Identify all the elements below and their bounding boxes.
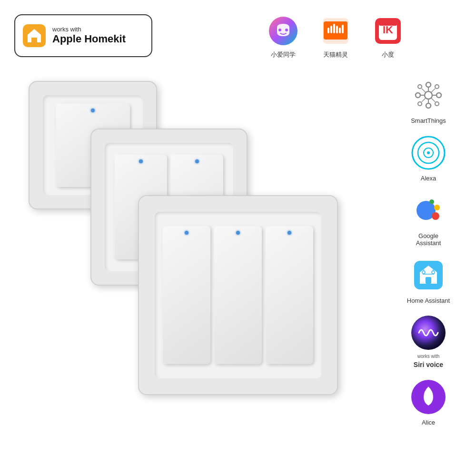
- svg-rect-6: [324, 21, 347, 40]
- homekit-text-block: works with Apple Homekit: [52, 26, 126, 45]
- svg-line-31: [431, 89, 435, 92]
- switch-3gang-button-left[interactable]: [163, 226, 210, 364]
- svg-point-20: [416, 93, 420, 98]
- smartthings-icon: [409, 76, 447, 114]
- xiaodu-icon: IK: [371, 14, 405, 48]
- homekit-title: Apple Homekit: [52, 33, 126, 45]
- svg-point-3: [278, 29, 281, 31]
- svg-rect-9: [333, 24, 335, 33]
- assistant-tmall: 天猫精灵: [319, 14, 352, 59]
- switch-3gang-led-left: [185, 231, 188, 235]
- home-assistant-icon: [409, 256, 447, 294]
- homekit-house-icon: [23, 24, 46, 47]
- svg-point-4: [285, 29, 288, 31]
- svg-point-29: [435, 102, 439, 106]
- svg-rect-43: [426, 277, 431, 284]
- svg-point-18: [426, 82, 431, 87]
- xiaodu-label: 小度: [382, 50, 394, 59]
- svg-rect-11: [339, 28, 341, 33]
- siri-works-with: works with: [417, 354, 440, 359]
- tmall-icon: [319, 14, 352, 48]
- switch-3gang-led-center: [236, 231, 240, 235]
- svg-point-27: [435, 85, 439, 89]
- smartthings-label: SmartThings: [411, 117, 446, 124]
- switch-3gang: [138, 195, 338, 395]
- svg-line-32: [422, 98, 426, 102]
- alexa-label: Alexa: [421, 175, 436, 182]
- svg-point-37: [427, 151, 430, 154]
- assistant-siri: works with Siri voice: [409, 314, 447, 368]
- assistant-xiaoai: 小爱同学: [267, 14, 300, 59]
- switch-3gang-button-center[interactable]: [214, 226, 262, 364]
- svg-point-40: [434, 205, 440, 210]
- switch-3gang-led-right: [288, 231, 291, 235]
- svg-rect-12: [342, 25, 344, 33]
- top-assistants-row: 小爱同学 天猫精灵 IK: [267, 14, 405, 59]
- svg-point-19: [426, 103, 431, 108]
- svg-rect-16: [379, 22, 397, 26]
- svg-line-30: [422, 89, 426, 92]
- svg-rect-8: [330, 26, 332, 33]
- svg-point-28: [418, 102, 422, 106]
- siri-icon: [409, 314, 447, 352]
- switch-3gang-inner: [155, 212, 321, 378]
- tmall-label: 天猫精灵: [323, 50, 348, 59]
- svg-point-17: [425, 91, 432, 99]
- assistant-home-assistant: Home Assistant: [407, 256, 450, 304]
- google-label: GoogleAssistant: [416, 232, 441, 247]
- svg-point-41: [429, 199, 434, 204]
- xiaoai-icon: [267, 14, 300, 48]
- right-assistants-column: SmartThings Alexa GoogleAssistant: [390, 76, 466, 426]
- switch-2gang-led-right: [195, 159, 199, 163]
- assistant-alice: Alice: [409, 378, 447, 426]
- homekit-works-with: works with: [52, 26, 126, 33]
- switch-2gang-led-left: [139, 159, 143, 163]
- switch-3gang-button-right[interactable]: [266, 226, 313, 364]
- assistant-smartthings: SmartThings: [409, 76, 447, 124]
- homekit-badge: works with Apple Homekit: [14, 14, 152, 57]
- svg-line-33: [431, 98, 435, 102]
- svg-point-39: [432, 212, 439, 220]
- switch-1gang-led: [91, 109, 95, 112]
- svg-point-26: [418, 85, 422, 89]
- alice-label: Alice: [422, 419, 435, 426]
- assistant-google: GoogleAssistant: [409, 191, 447, 247]
- assistant-alexa: Alexa: [409, 134, 447, 182]
- xiaoai-label: 小爱同学: [271, 50, 296, 59]
- svg-rect-10: [336, 26, 338, 33]
- svg-rect-7: [327, 28, 329, 33]
- svg-rect-1: [32, 39, 36, 42]
- svg-point-21: [436, 93, 441, 98]
- alexa-icon: [409, 134, 447, 172]
- switches-area: [19, 71, 362, 462]
- siri-label: Siri voice: [414, 361, 443, 368]
- assistant-xiaodu: IK 小度: [371, 14, 405, 59]
- google-assistant-icon: [409, 191, 447, 229]
- alice-icon: [409, 378, 447, 416]
- home-assistant-label: Home Assistant: [407, 297, 450, 304]
